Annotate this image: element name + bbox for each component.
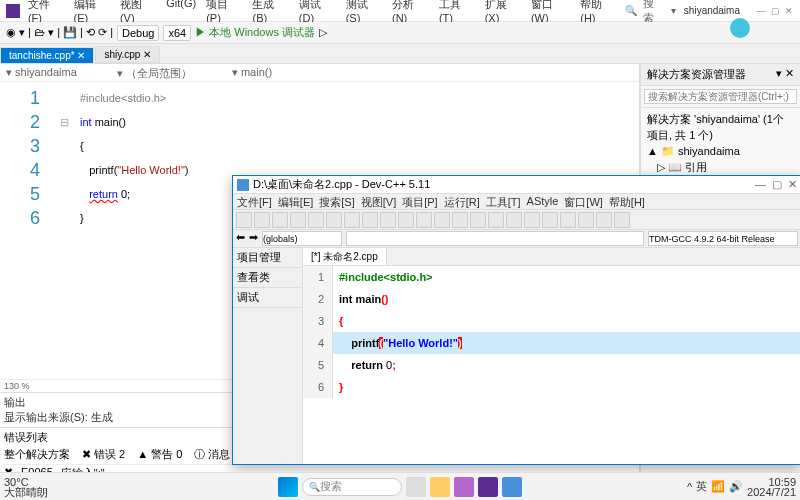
file-tab[interactable]: tanchishe.cpp* ✕ (0, 47, 94, 63)
toolbar-button[interactable] (524, 212, 540, 228)
code-line[interactable]: 4 printf("Hello World!") (303, 332, 800, 354)
menu-item[interactable]: 搜索[S] (319, 195, 354, 208)
menu-item[interactable]: 工具(T) (439, 0, 475, 24)
panel-menu-icon[interactable]: ▾ ✕ (776, 67, 794, 82)
menu-item[interactable]: 编辑(E) (74, 0, 110, 24)
menu-item[interactable]: 项目(P) (206, 0, 242, 24)
user-avatar[interactable] (730, 18, 750, 38)
platform-dropdown[interactable]: x64 (163, 25, 191, 41)
error-filter[interactable]: ✖ 错误 2 (82, 447, 125, 462)
devcpp-editor[interactable]: 1#include<stdio.h>2int main()3{4 printf(… (303, 266, 800, 464)
task-view-icon[interactable] (406, 477, 426, 497)
explorer-icon[interactable] (430, 477, 450, 497)
menu-item[interactable]: Git(G) (166, 0, 196, 24)
symbol-dropdown[interactable] (346, 231, 644, 246)
toolbar-button[interactable] (542, 212, 558, 228)
maximize-icon[interactable]: ▢ (772, 178, 782, 191)
toolbar-button[interactable] (560, 212, 576, 228)
breadcrumb-item[interactable]: ▾ main() (232, 66, 272, 79)
toolbar-button[interactable] (434, 212, 450, 228)
tree-item[interactable]: ▲ 📁 shiyandaima (647, 143, 794, 159)
menu-item[interactable]: 扩展(X) (485, 0, 521, 24)
toolbar-button[interactable] (344, 212, 360, 228)
side-tab[interactable]: 项目管理 (233, 248, 302, 268)
menu-item[interactable]: 视图(V) (120, 0, 156, 24)
devcpp-taskbar-icon[interactable] (502, 477, 522, 497)
toolbar-button[interactable] (506, 212, 522, 228)
file-tab[interactable]: shiy.cpp ✕ (95, 46, 160, 63)
toolbar-button[interactable] (290, 212, 306, 228)
side-tab[interactable]: 查看类 (233, 268, 302, 288)
menu-item[interactable]: 调试(D) (299, 0, 336, 24)
menu-item[interactable]: 帮助(H) (580, 0, 617, 24)
toolbar-button[interactable] (488, 212, 504, 228)
taskbar-search[interactable]: 🔍 搜索 (302, 478, 402, 496)
code-line[interactable]: 2int main() (303, 288, 800, 310)
toolbar-button[interactable] (326, 212, 342, 228)
vs-taskbar-icon[interactable] (478, 477, 498, 497)
tree-item[interactable]: ▷ 📖 引用 (647, 159, 794, 175)
side-tab[interactable]: 调试 (233, 288, 302, 308)
fwd-icon[interactable]: ➡ (249, 231, 258, 246)
menu-item[interactable]: 测试(S) (346, 0, 382, 24)
file-tab[interactable]: [*] 未命名2.cpp (303, 248, 387, 265)
wifi-icon[interactable]: 📶 (711, 480, 725, 493)
toolbar-button[interactable] (416, 212, 432, 228)
toolbar-button[interactable] (362, 212, 378, 228)
toolbar-button[interactable] (470, 212, 486, 228)
toolbar-button[interactable] (398, 212, 414, 228)
toolbar-button[interactable] (578, 212, 594, 228)
config-dropdown[interactable]: Debug (117, 25, 159, 41)
menu-item[interactable]: 帮助[H] (609, 195, 645, 208)
menu-item[interactable]: 窗口(W) (531, 0, 570, 24)
error-filter[interactable]: 整个解决方案 (4, 447, 70, 462)
devcpp-titlebar[interactable]: D:\桌面\未命名2.cpp - Dev-C++ 5.11 — ▢ ✕ (233, 176, 800, 194)
back-icon[interactable]: ⬅ (236, 231, 245, 246)
play-icon[interactable]: ▷ (319, 26, 327, 39)
menu-item[interactable]: 分析(N) (392, 0, 429, 24)
ime-icon[interactable]: 英 (696, 479, 707, 494)
code-line[interactable]: 3{ (303, 310, 800, 332)
solution-search-input[interactable] (644, 89, 797, 104)
code-line[interactable]: 1#include<stdio.h> (303, 266, 800, 288)
menu-item[interactable]: 窗口[W] (564, 195, 603, 208)
menu-item[interactable]: 文件[F] (237, 195, 272, 208)
toolbar-button[interactable] (308, 212, 324, 228)
compiler-dropdown[interactable] (648, 231, 798, 246)
minimize-icon[interactable]: — (755, 178, 766, 191)
breadcrumb-item[interactable]: ▾ （全局范围） (117, 66, 192, 79)
toolbar-button[interactable] (596, 212, 612, 228)
menu-item[interactable]: 运行[R] (444, 195, 480, 208)
code-line[interactable]: 1#include<stdio.h> (0, 86, 639, 110)
toolbar-button[interactable] (452, 212, 468, 228)
toolbar-button[interactable] (254, 212, 270, 228)
globals-dropdown[interactable] (262, 231, 342, 246)
clock[interactable]: 10:592024/7/21 (747, 477, 796, 497)
close-icon[interactable]: ✕ (784, 6, 794, 16)
volume-icon[interactable]: 🔊 (729, 480, 743, 493)
close-icon[interactable]: ✕ (788, 178, 797, 191)
toolbar-button[interactable] (272, 212, 288, 228)
toolbar-button[interactable] (236, 212, 252, 228)
solution-root[interactable]: 解决方案 'shiyandaima' (1个项目, 共 1 个) (647, 111, 794, 143)
code-line[interactable]: 2⊟int main() (0, 110, 639, 134)
menu-item[interactable]: 编辑[E] (278, 195, 313, 208)
run-button[interactable]: ▶ 本地 Windows 调试器 (195, 25, 315, 40)
toolbar-button[interactable] (380, 212, 396, 228)
vs-breadcrumb[interactable]: ▾ shiyandaima▾ （全局范围）▾ main() (0, 64, 639, 82)
start-button[interactable] (278, 477, 298, 497)
tray-chevron-icon[interactable]: ^ (687, 481, 692, 493)
toolbar-button[interactable] (614, 212, 630, 228)
weather-widget[interactable]: 30°C大部晴朗 (4, 477, 48, 497)
code-line[interactable]: 3{ (0, 134, 639, 158)
breadcrumb-item[interactable]: ▾ shiyandaima (6, 66, 77, 79)
app-icon[interactable] (454, 477, 474, 497)
menu-item[interactable]: AStyle (527, 195, 559, 208)
menu-item[interactable]: 生成(B) (252, 0, 288, 24)
code-line[interactable]: 6} (303, 376, 800, 398)
error-filter[interactable]: ▲ 警告 0 (137, 447, 182, 462)
menu-item[interactable]: 视图[V] (361, 195, 396, 208)
menu-item[interactable]: 工具[T] (486, 195, 521, 208)
menu-item[interactable]: 项目[P] (402, 195, 437, 208)
maximize-icon[interactable]: ▢ (770, 6, 780, 16)
